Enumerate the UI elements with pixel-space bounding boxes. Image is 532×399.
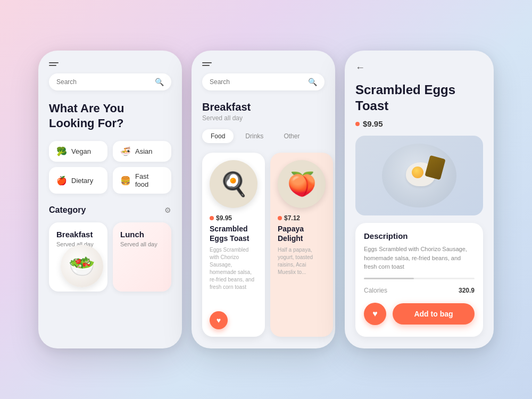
calories-bar [364, 278, 475, 279]
description-card: Description Eggs Scrambled with Chorizo … [355, 223, 483, 337]
breakfast-subtitle: Served all day [202, 114, 325, 122]
search-bar-1[interactable]: 🔍 [49, 73, 171, 90]
search-input-2[interactable] [210, 78, 308, 86]
phone-3-inner: ← Scrambled Eggs Toast $9.95 Description… [345, 51, 494, 348]
scrambled-price: $9.95 [210, 214, 257, 222]
phone-2-inner: 🔍 Breakfast Served all day Food Drinks O… [192, 51, 335, 348]
scrambled-name: Scrambled Eggs Toast [210, 224, 257, 243]
phones-container: 🔍 What Are You Looking For? 🥦 Vegan 🍜 As… [38, 51, 494, 348]
tab-other[interactable]: Other [275, 129, 308, 143]
menu-icon[interactable] [49, 62, 61, 66]
filter-sliders-icon[interactable]: ⚙ [164, 206, 171, 214]
food-card-papaya[interactable]: 🍑 $7.12 Papaya Delight Half a papaya, yo… [270, 153, 333, 337]
menu-icon-2[interactable] [202, 62, 214, 66]
category-title: Category [49, 205, 86, 215]
filter-dietary[interactable]: 🍎 Dietary [49, 167, 107, 194]
tab-food[interactable]: Food [202, 129, 234, 143]
egg-yolk [412, 167, 423, 178]
add-to-bag-button[interactable]: Add to bag [393, 303, 475, 325]
breakfast-title: Breakfast [202, 101, 325, 113]
heart-button-1[interactable]: ♥ [210, 311, 228, 329]
favorite-button[interactable]: ♥ [364, 303, 386, 325]
food-card-scrambled[interactable]: 🍳 $9.95 Scrambled Eggs Toast Eggs Scramb… [202, 153, 265, 337]
vegan-label: Vegan [71, 147, 91, 155]
price-dot-2 [278, 216, 282, 220]
main-heading: What Are You Looking For? [49, 101, 171, 130]
desc-title: Description [364, 231, 475, 240]
asian-label: Asian [135, 147, 153, 155]
calories-value: 320.9 [459, 287, 475, 294]
calories-label: Calories [364, 287, 387, 294]
category-breakfast[interactable]: Breakfast Served all day 🥗 [49, 222, 107, 292]
breakfast-food-image: 🥗 [61, 245, 103, 287]
search-icon-1: 🔍 [155, 78, 164, 86]
papaya-desc: Half a papaya, yogurt, toasted raisins, … [278, 246, 326, 276]
vegan-emoji: 🥦 [56, 146, 67, 156]
filter-grid: 🥦 Vegan 🍜 Asian 🍎 Dietary 🍔 Fast food [49, 141, 171, 194]
category-lunch[interactable]: Lunch Served all day [113, 222, 171, 292]
tab-drinks[interactable]: Drinks [237, 129, 272, 143]
filter-fastfood[interactable]: 🍔 Fast food [113, 167, 171, 194]
detail-price: $9.95 [355, 119, 483, 128]
lunch-card-sub: Served all day [120, 241, 164, 247]
phone-3: ← Scrambled Eggs Toast $9.95 Description… [345, 51, 494, 348]
search-icon-2: 🔍 [308, 78, 317, 86]
detail-price-dot [355, 122, 360, 126]
phone-2: 🔍 Breakfast Served all day Food Drinks O… [192, 51, 335, 348]
calories-row: Calories 320.9 [364, 287, 475, 294]
papaya-name: Papaya Delight [278, 224, 326, 243]
category-header: Category ⚙ [49, 205, 171, 215]
desc-text: Eggs Scrambled with Chorizo Sausage, hom… [364, 245, 475, 271]
toast-visual [382, 144, 456, 207]
scrambled-desc: Eggs Scrambled with Chorizo Sausage, hom… [210, 246, 257, 291]
fastfood-label: Fast food [135, 172, 164, 188]
calories-bar-fill [364, 278, 414, 279]
asian-emoji: 🍜 [120, 146, 131, 156]
dietary-label: Dietary [71, 177, 93, 185]
dietary-emoji: 🍎 [56, 176, 67, 186]
detail-price-value: $9.95 [363, 119, 383, 128]
lunch-card-title: Lunch [120, 230, 164, 239]
fastfood-emoji: 🍔 [120, 176, 131, 186]
food-photo [355, 136, 483, 215]
search-bar-2[interactable]: 🔍 [202, 73, 325, 90]
price-dot-1 [210, 216, 214, 220]
scrambled-eggs-image: 🍳 [210, 160, 257, 208]
action-row: ♥ Add to bag [364, 303, 475, 325]
tab-group: Food Drinks Other [202, 129, 325, 143]
breakfast-card-title: Breakfast [56, 230, 100, 239]
papaya-image: 🍑 [278, 160, 326, 208]
phone-1: 🔍 What Are You Looking For? 🥦 Vegan 🍜 As… [38, 51, 182, 348]
filter-asian[interactable]: 🍜 Asian [113, 141, 171, 162]
food-cards: 🍳 $9.95 Scrambled Eggs Toast Eggs Scramb… [202, 153, 325, 337]
phone-1-inner: 🔍 What Are You Looking For? 🥦 Vegan 🍜 As… [38, 51, 182, 348]
detail-title: Scrambled Eggs Toast [355, 82, 483, 114]
papaya-price: $7.12 [278, 214, 326, 222]
category-cards: Breakfast Served all day 🥗 Lunch Served … [49, 222, 171, 292]
filter-vegan[interactable]: 🥦 Vegan [49, 141, 107, 162]
back-button[interactable]: ← [355, 62, 483, 73]
search-input-1[interactable] [56, 78, 155, 86]
